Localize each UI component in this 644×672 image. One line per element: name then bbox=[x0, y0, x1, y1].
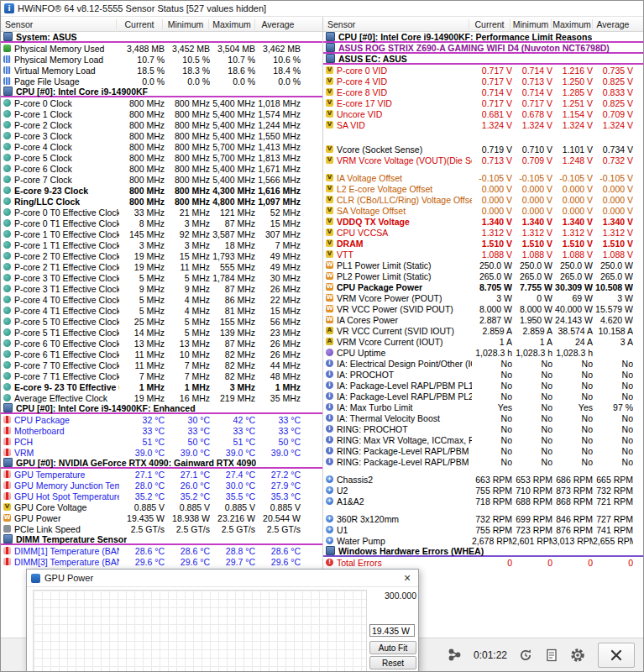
sensor-row[interactable]: Page File Usage0.0 %0.0 %0.0 %0.0 % bbox=[1, 76, 322, 87]
title-bar[interactable]: i HWiNFO® 64 v8.12-5555 Sensor Status [5… bbox=[1, 1, 643, 17]
report-button[interactable] bbox=[542, 646, 561, 664]
sensor-row[interactable]: P-core 5 Clock800 MHz800 MHz5,700 MHz1,8… bbox=[1, 152, 322, 163]
sensor-row[interactable]: PCIe Link Speed2.5 GT/s2.5 GT/s2.5 GT/s2… bbox=[1, 523, 322, 534]
sensor-row[interactable]: RING: PROCHOTNoNoNoNo bbox=[323, 423, 643, 434]
column-header-current[interactable]: Current bbox=[116, 19, 162, 29]
column-header-sensor[interactable]: Sensor bbox=[323, 19, 469, 29]
gpu-window-titlebar[interactable]: GPU Power × bbox=[27, 570, 418, 587]
sensor-row[interactable]: P-core 7 Clock800 MHz800 MHz5,400 MHz1,5… bbox=[1, 174, 322, 185]
sensor-row[interactable]: E-core 8 VID0.714 V0.714 V1.285 V0.833 V bbox=[323, 87, 643, 97]
sensor-row[interactable]: Average Effective Clock19 MHz16 MHz219 M… bbox=[1, 392, 322, 403]
sensor-row[interactable]: PL1 Power Limit (Static)250.0 W250.0 W25… bbox=[323, 260, 643, 270]
sensor-row[interactable]: E-core 17 VID0.717 V0.717 V1.251 V0.825 … bbox=[323, 97, 643, 108]
sensor-row[interactable]: Uncore VID0.681 V0.678 V1.154 V0.709 V bbox=[323, 108, 643, 119]
sensor-row[interactable]: P-core 1 T0 Effective Clock145 MHz92 MHz… bbox=[1, 228, 322, 239]
sensor-row[interactable]: Virtual Memory Load18.5 %18.3 %18.6 %18.… bbox=[1, 65, 322, 76]
sensor-row[interactable]: P-core 2 T1 Effective Clock19 MHz11 MHz5… bbox=[1, 261, 322, 272]
column-header-maximum[interactable]: Maximum bbox=[208, 19, 254, 29]
sensor-row[interactable]: IA: Thermal Velocity BoostNoNoNoNo bbox=[323, 412, 643, 423]
sensor-row[interactable]: P-core 1 Clock800 MHz800 MHz5,400 MHz1,5… bbox=[1, 108, 322, 119]
section-header[interactable]: DIMM Temperature Sensor bbox=[1, 534, 322, 545]
sensor-row[interactable]: GPU Power19.435 W18.938 W23.216 W20.544 … bbox=[1, 512, 322, 523]
sensor-row[interactable]: P-core 4 T0 Effective Clock5 MHz4 MHz86 … bbox=[1, 294, 322, 305]
sensor-row[interactable]: CPU Uptime1,028.3 h1,028.3 h1,028.3 h bbox=[323, 347, 643, 358]
sensor-row[interactable]: PL2 Power Limit (Static)265.0 W265.0 W26… bbox=[323, 270, 643, 281]
column-header-minimum[interactable]: Minimum bbox=[510, 19, 551, 29]
sensor-row[interactable]: GPU Core Voltage0.885 V0.885 V0.885 V0.8… bbox=[1, 501, 322, 512]
column-header-current[interactable]: Current bbox=[469, 19, 510, 29]
sensor-row[interactable]: IA: Package-Level RAPL/PBM PL1NoNoNoNo bbox=[323, 380, 643, 391]
sensor-row[interactable]: P-core 0 T1 Effective Clock8 MHz3 MHz87 … bbox=[1, 218, 322, 228]
sensor-row[interactable]: P-core 6 Clock800 MHz800 MHz5,400 MHz1,6… bbox=[1, 163, 322, 174]
sensor-row[interactable]: GPU Temperature27.1 °C27.1 °C27.4 °C27.2… bbox=[1, 469, 322, 480]
sensor-row[interactable]: P-core 3 T1 Effective Clock9 MHz9 MHz87 … bbox=[1, 283, 322, 294]
sensor-row[interactable]: CPU Package Power8.705 W7.755 W30.309 W1… bbox=[323, 281, 643, 292]
sensor-row[interactable]: Water Pump2,678 RPM2,601 RPM3,013 RPM2,6… bbox=[323, 535, 643, 546]
column-header-average[interactable]: Average bbox=[592, 19, 633, 29]
sensor-row[interactable]: P-core 4 Clock800 MHz800 MHz5,700 MHz1,4… bbox=[1, 141, 322, 152]
sensor-row[interactable]: DIMM[1] Temperature (BANK 0/...28.6 °C28… bbox=[1, 545, 322, 556]
sensor-row[interactable]: VRM Vcore Power (POUT)3 W0 W69 W3 W bbox=[323, 292, 643, 303]
sensor-row[interactable]: VTT1.088 V1.088 V1.088 V1.088 V bbox=[323, 249, 643, 260]
sensor-row[interactable]: Total Errors0000 bbox=[323, 557, 643, 568]
gpu-window-close-icon[interactable]: × bbox=[396, 570, 418, 586]
sensor-row[interactable]: A1&A2718 RPM688 RPM868 RPM721 RPM bbox=[323, 496, 643, 507]
sensor-row[interactable]: GPU Hot Spot Temperature35.2 °C35.2 °C35… bbox=[1, 491, 322, 501]
sensor-row[interactable]: IA: PROCHOTNoNoNoNo bbox=[323, 369, 643, 380]
sensor-row[interactable]: SA VID1.324 V1.324 V1.324 V1.324 V bbox=[323, 119, 643, 130]
sensor-row[interactable]: IA: Max Turbo LimitYesNoYes97 % bbox=[323, 402, 643, 412]
sensor-row[interactable]: SA Voltage Offset0.000 V0.000 V0.000 V0.… bbox=[323, 205, 643, 216]
sensor-row[interactable]: P-core 2 T0 Effective Clock19 MHz15 MHz1… bbox=[1, 250, 322, 261]
section-header[interactable]: CPU [#0]: Intel Core i9-14900KF bbox=[1, 87, 322, 97]
sensor-row[interactable]: P-core 2 Clock800 MHz800 MHz5,400 MHz1,2… bbox=[1, 119, 322, 130]
sensor-row[interactable]: P-core 1 T1 Effective Clock3 MHz3 MHz18 … bbox=[1, 239, 322, 250]
section-header[interactable]: GPU [#0]: NVIDIA GeForce RTX 4090: Gainw… bbox=[1, 458, 322, 469]
sensor-row[interactable]: P-core 3 Clock800 MHz800 MHz5,400 MHz1,5… bbox=[1, 130, 322, 141]
sensor-row[interactable]: P-core 4 VID0.717 V0.713 V1.250 V0.825 V bbox=[323, 76, 643, 87]
sensor-row[interactable]: CPU Package32 °C30 °C42 °C33 °C bbox=[1, 414, 322, 425]
sensor-row[interactable]: E-core 9- 23 T0 Effective Clock1 MHz1 MH… bbox=[1, 381, 322, 392]
sensor-row[interactable]: DIMM[3] Temperature (BANK 0/...29.6 °C29… bbox=[1, 556, 322, 567]
sensor-row[interactable]: Chassis2663 RPM653 RPM686 RPM665 RPM bbox=[323, 474, 643, 485]
sensor-row[interactable]: PCH51 °C50 °C51 °C50 °C bbox=[1, 436, 322, 447]
sensor-row[interactable]: DRAM1.510 V1.510 V1.510 V1.510 V bbox=[323, 238, 643, 249]
sensor-row[interactable]: P-core 7 T1 Effective Clock7 MHz7 MHz82 … bbox=[1, 370, 322, 381]
sensor-row[interactable]: IA: Electrical Design Point/Other (ICCma… bbox=[323, 358, 643, 369]
sensor-row[interactable]: CLR (CBo/LLC/Ring) Voltage Offset0.000 V… bbox=[323, 194, 643, 205]
sensor-row[interactable]: 360R 3x120mm732 RPM699 RPM846 RPM727 RPM bbox=[323, 513, 643, 524]
column-header-sensor[interactable]: Sensor bbox=[1, 19, 116, 29]
sensor-row[interactable]: U1755 RPM723 RPM876 RPM741 RPM bbox=[323, 524, 643, 535]
reset-button[interactable]: Reset bbox=[369, 656, 416, 669]
sensor-row[interactable]: RING: Max VR Voltage, ICCmax, PL4NoNoNoN… bbox=[323, 434, 643, 445]
share-icon[interactable] bbox=[446, 646, 464, 664]
section-header[interactable]: Windows Hardware Errors (WHEA) bbox=[323, 546, 643, 557]
sensor-row[interactable]: VRM39.0 °C39.0 °C39.0 °C39.0 °C bbox=[1, 447, 322, 458]
sensor-row[interactable]: U2755 RPM710 RPM873 RPM732 RPM bbox=[323, 485, 643, 496]
sensor-row[interactable]: VR VCC Current (SVID IOUT)2.859 A2.859 A… bbox=[323, 325, 643, 336]
sensor-row[interactable]: Vcore (Socket Sense)0.719 V0.710 V1.101 … bbox=[323, 144, 643, 155]
sensor-row[interactable]: P-core 5 T1 Effective Clock14 MHz5 MHz13… bbox=[1, 327, 322, 338]
sensor-row[interactable]: GPU Memory Junction Temperatu...28.0 °C2… bbox=[1, 480, 322, 491]
sensor-row[interactable]: RING: Package-Level RAPL/PBM PL2,PL3NoNo… bbox=[323, 456, 643, 467]
sensor-row[interactable]: Physical Memory Load10.7 %10.5 %10.7 %10… bbox=[1, 54, 322, 65]
sensor-row[interactable]: P-core 0 Clock800 MHz800 MHz5,400 MHz1,0… bbox=[1, 97, 322, 108]
settings-button[interactable] bbox=[568, 646, 587, 664]
sensor-row[interactable]: Ring/LLC Clock800 MHz800 MHz4,800 MHz1,0… bbox=[1, 196, 322, 207]
sensor-row[interactable]: P-core 3 T0 Effective Clock5 MHz5 MHz1,7… bbox=[1, 272, 322, 283]
column-header-maximum[interactable]: Maximum bbox=[551, 19, 592, 29]
sensor-row[interactable]: VRM Vcore Current (IOUT)1 A1 A24 A3 A bbox=[323, 336, 643, 347]
sensor-row[interactable]: L2 E-core Voltage Offset0.000 V0.000 V0.… bbox=[323, 183, 643, 194]
sensor-row[interactable]: P-core 6 T1 Effective Clock11 MHz10 MHz8… bbox=[1, 349, 322, 360]
sensor-row[interactable]: Motherboard33 °C33 °C33 °C33 °C bbox=[1, 425, 322, 436]
sensor-row[interactable]: IA: Package-Level RAPL/PBM PL2,PL3NoNoNo… bbox=[323, 391, 643, 402]
section-header[interactable]: CPU [#0]: Intel Core i9-14900KF: Enhance… bbox=[1, 403, 322, 414]
column-header-minimum[interactable]: Minimum bbox=[162, 19, 208, 29]
sensor-row[interactable]: P-core 6 T0 Effective Clock13 MHz13 MHz8… bbox=[1, 338, 322, 349]
sensor-row[interactable]: E-core 9-23 Clock800 MHz800 MHz4,300 MHz… bbox=[1, 185, 322, 196]
gpu-power-window[interactable]: GPU Power × 300.000 Auto Fit Reset 0.000 bbox=[26, 569, 419, 672]
auto-fit-button[interactable]: Auto Fit bbox=[369, 641, 416, 654]
sensor-row[interactable]: Physical Memory Used3,488 MB3,452 MB3,50… bbox=[1, 43, 322, 54]
sensor-row[interactable]: CPU VCCSA1.312 V1.312 V1.312 V1.312 V bbox=[323, 227, 643, 238]
section-header[interactable]: System: ASUS bbox=[1, 32, 322, 43]
sensor-row[interactable]: P-core 7 T0 Effective Clock11 MHz7 MHz82… bbox=[1, 360, 322, 370]
